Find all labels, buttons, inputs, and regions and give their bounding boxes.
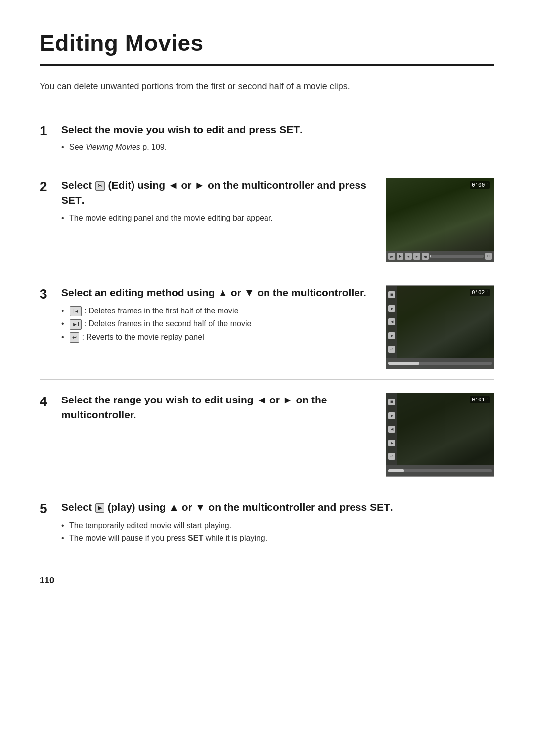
- step-4-image: ▣ ▶ ◀ ▶ ↩ 0'01": [386, 393, 494, 477]
- step-5-section: 5 Select ▶ (play) using ▲ or ▼ on the mu…: [40, 487, 494, 556]
- set-inline: SET: [188, 534, 203, 542]
- step-1-section: 1 Select the movie you wish to edit and …: [40, 109, 494, 165]
- ctrl-ffwd: ⏭: [422, 253, 429, 260]
- step-3-section: 3 Select an editing method using ▲ or ▼ …: [40, 272, 494, 379]
- step-2-progress-fill: [430, 255, 431, 258]
- step-2-number: 2: [40, 178, 61, 195]
- ctrl-edit: ✂: [485, 253, 492, 260]
- step-5-heading: Select ▶ (play) using ▲ or ▼ on the mult…: [61, 500, 483, 514]
- step-3-image: ▣ ▶ ◀ ▶ ↩ 0'02": [386, 285, 494, 369]
- step-5-set-keyword: SET: [370, 501, 390, 513]
- ctrl-rewind: ⏮: [388, 253, 395, 260]
- step-4-progress-bar: [388, 469, 492, 472]
- viewing-movies-link: Viewing Movies: [86, 143, 140, 151]
- ctrl-prev: ◄: [405, 253, 412, 260]
- step-1-set-keyword: SET: [279, 124, 300, 135]
- step-5-bullets: The temporarily edited movie will start …: [61, 520, 483, 545]
- step4-side-btn-1: ▣: [388, 399, 395, 405]
- step-4-side-panel: ▣ ▶ ◀ ▶ ↩: [386, 393, 397, 465]
- step-4-controls: [386, 465, 494, 476]
- step-4-content: Select the range you wish to edit using …: [61, 393, 386, 427]
- play-icon: ▶: [95, 503, 104, 513]
- step-3-bullet-3: ↩ : Reverts to the movie replay panel: [61, 331, 374, 344]
- step-2-bullet-1: The movie editing panel and the movie ed…: [61, 212, 374, 224]
- step-2-set-keyword: SET: [61, 194, 82, 206]
- step-4-time: 0'01": [470, 396, 490, 403]
- step4-side-btn-2: ▶: [388, 412, 395, 419]
- step-2-image: 0'00" ⏮ ▶ ◄ ► ⏭ ✂: [386, 178, 494, 262]
- page-number: 110: [40, 576, 54, 585]
- step-3-bullet-2: ►I : Deletes frames in the second half o…: [61, 318, 374, 330]
- step-3-time: 0'02": [470, 289, 490, 296]
- step-2-bullets: The movie editing panel and the movie ed…: [61, 212, 374, 224]
- step-5-bullet-1: The temporarily edited movie will start …: [61, 520, 483, 532]
- first-half-icon: I◄: [70, 306, 82, 316]
- intro-text: You can delete unwanted portions from th…: [40, 80, 494, 93]
- step-5-number: 5: [40, 500, 61, 517]
- step-3-content: Select an editing method using ▲ or ▼ on…: [61, 285, 386, 345]
- step-4-section: 4 Select the range you wish to edit usin…: [40, 379, 494, 487]
- side-btn-5: ↩: [388, 346, 395, 353]
- side-btn-1: ▣: [388, 291, 395, 298]
- step-1-heading: Select the movie you wish to edit and pr…: [61, 122, 483, 136]
- step4-side-btn-4: ▶: [388, 440, 395, 446]
- step-4-heading: Select the range you wish to edit using …: [61, 393, 374, 422]
- step-2-heading: Select ✂ (Edit) using ◄ or ► on the mult…: [61, 178, 374, 207]
- step-1-bullet-1: See Viewing Movies p. 109.: [61, 141, 483, 154]
- step-4-progress-fill: [388, 469, 404, 472]
- step-2-progress-bar: [430, 255, 484, 258]
- side-btn-4: ▶: [388, 332, 395, 339]
- edit-icon: ✂: [95, 181, 105, 191]
- step-4-number: 4: [40, 393, 61, 409]
- step-3-controls: [386, 358, 494, 369]
- step-3-bullet-1: I◄ : Deletes frames in the first half of…: [61, 305, 374, 317]
- step4-side-btn-5: ↩: [388, 453, 395, 460]
- ctrl-next: ►: [413, 253, 420, 260]
- step-3-number: 3: [40, 285, 61, 302]
- revert-icon: ↩: [70, 332, 79, 343]
- ctrl-play: ▶: [397, 253, 403, 260]
- step-3-bullets: I◄ : Deletes frames in the first half of…: [61, 305, 374, 344]
- step-3-progress-fill: [388, 362, 419, 365]
- side-btn-2: ▶: [388, 305, 395, 312]
- side-btn-3: ◀: [388, 318, 395, 325]
- page-footer: 110: [40, 576, 494, 586]
- second-half-icon: ►I: [70, 319, 82, 330]
- step-3-progress-bar: [388, 362, 492, 365]
- step-5-bullet-2: The movie will pause if you press SET wh…: [61, 533, 483, 545]
- step4-side-btn-3: ◀: [388, 426, 395, 433]
- page-title: Editing Movies: [40, 30, 494, 66]
- step-2-section: 2 Select ✂ (Edit) using ◄ or ► on the mu…: [40, 165, 494, 272]
- step-5-content: Select ▶ (play) using ▲ or ▼ on the mult…: [61, 500, 494, 546]
- step-1-content: Select the movie you wish to edit and pr…: [61, 122, 494, 155]
- step-1-bullets: See Viewing Movies p. 109.: [61, 141, 483, 154]
- step-2-content: Select ✂ (Edit) using ◄ or ► on the mult…: [61, 178, 386, 225]
- step-3-heading: Select an editing method using ▲ or ▼ on…: [61, 285, 374, 300]
- step-3-side-panel: ▣ ▶ ◀ ▶ ↩: [386, 286, 397, 358]
- step-1-number: 1: [40, 122, 61, 139]
- step-2-controls: ⏮ ▶ ◄ ► ⏭ ✂: [386, 251, 494, 262]
- step-2-time: 0'00": [470, 181, 490, 189]
